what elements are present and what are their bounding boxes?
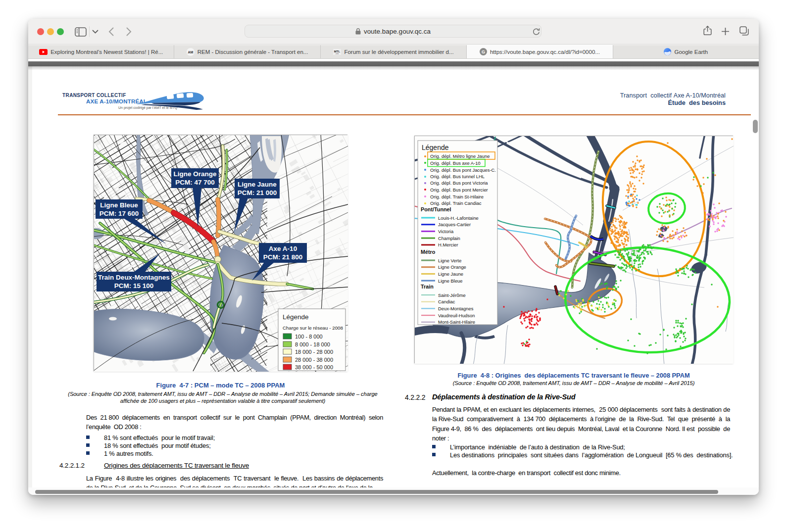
svg-text:PCM: 21 000: PCM: 21 000 <box>238 189 277 196</box>
svg-text:28 000 - 38 000: 28 000 - 38 000 <box>295 357 333 363</box>
svg-text:Orig. dépl. Bus pont Jacques-C: Orig. dépl. Bus pont Jacques-C. <box>430 167 496 173</box>
svg-text:Métro: Métro <box>421 249 436 255</box>
svg-text:G: G <box>482 49 485 54</box>
svg-text:Orig. dépl. Train St-Hilaire: Orig. dépl. Train St-Hilaire <box>430 194 484 199</box>
svg-text:PCM: 21 800: PCM: 21 800 <box>263 253 303 261</box>
svg-text:Ligne Orange: Ligne Orange <box>173 170 217 178</box>
svg-text:Axe A-10: Axe A-10 <box>269 245 297 252</box>
svg-text:Orig. dépl. Bus tunnel LHL: Orig. dépl. Bus tunnel LHL <box>430 174 485 179</box>
svg-text:Ligne Bleue: Ligne Bleue <box>438 278 463 284</box>
svg-text:Train Deux-Montagnes: Train Deux-Montagnes <box>98 274 170 281</box>
svg-text:8 000 - 18 000: 8 000 - 18 000 <box>295 341 330 347</box>
svg-text:PCM: 15 100: PCM: 15 100 <box>114 282 154 290</box>
svg-text:Mont-Saint-Hilaire: Mont-Saint-Hilaire <box>438 319 475 325</box>
svg-text:Louis-H.-Lafontaine: Louis-H.-Lafontaine <box>438 215 479 221</box>
svg-text:Train: Train <box>421 284 434 290</box>
svg-text:Orig. dépl. Bus pont Victoria: Orig. dépl. Bus pont Victoria <box>430 180 488 186</box>
svg-text:18 000 - 28 000: 18 000 - 28 000 <box>295 349 333 355</box>
svg-text:Jacques-Cartier: Jacques-Cartier <box>438 222 471 227</box>
svg-text:URB: URB <box>336 53 339 55</box>
svg-text:Deux-Montagnes: Deux-Montagnes <box>438 306 474 311</box>
svg-text:Vaudreuil-Hudson: Vaudreuil-Hudson <box>438 313 475 318</box>
svg-text:Charge sur le réseau - 2008: Charge sur le réseau - 2008 <box>283 325 344 331</box>
svg-text:H.Mercier: H.Mercier <box>438 242 458 247</box>
svg-text:Légende: Légende <box>422 144 449 151</box>
svg-text:Victoria: Victoria <box>438 229 454 234</box>
svg-text:PCM: 47 700: PCM: 47 700 <box>175 179 215 186</box>
svg-text:Ligne Orange: Ligne Orange <box>438 264 466 270</box>
svg-text:100 - 8 000: 100 - 8 000 <box>295 334 323 339</box>
svg-text:Ligne Bleue: Ligne Bleue <box>100 201 138 209</box>
svg-text:AM: AM <box>188 50 193 54</box>
svg-text:Champlain: Champlain <box>438 236 460 241</box>
svg-text:Candiac: Candiac <box>438 299 455 304</box>
svg-text:Orig. dépl. Bus axe A-10: Orig. dépl. Bus axe A-10 <box>430 160 481 166</box>
svg-text:Pont/Tunnel: Pont/Tunnel <box>421 206 451 212</box>
svg-text:Ligne Jaune: Ligne Jaune <box>438 271 463 277</box>
svg-text:Orig. dépl. Train Candiac: Orig. dépl. Train Candiac <box>430 200 482 206</box>
svg-text:PCM: 17 600: PCM: 17 600 <box>99 210 139 217</box>
svg-text:Légende: Légende <box>283 313 309 321</box>
svg-text:Orig. dépl. Bus pont Mercier: Orig. dépl. Bus pont Mercier <box>430 187 488 193</box>
svg-text:38 000 - 50 000: 38 000 - 50 000 <box>295 364 333 370</box>
svg-text:Saint-Jérôme: Saint-Jérôme <box>438 292 466 298</box>
svg-text:Orig. dépl. Métro ligne Jaune: Orig. dépl. Métro ligne Jaune <box>430 153 490 159</box>
svg-text:Ligne Jaune: Ligne Jaune <box>238 181 277 188</box>
svg-text:Ligne Verte: Ligne Verte <box>438 258 461 263</box>
